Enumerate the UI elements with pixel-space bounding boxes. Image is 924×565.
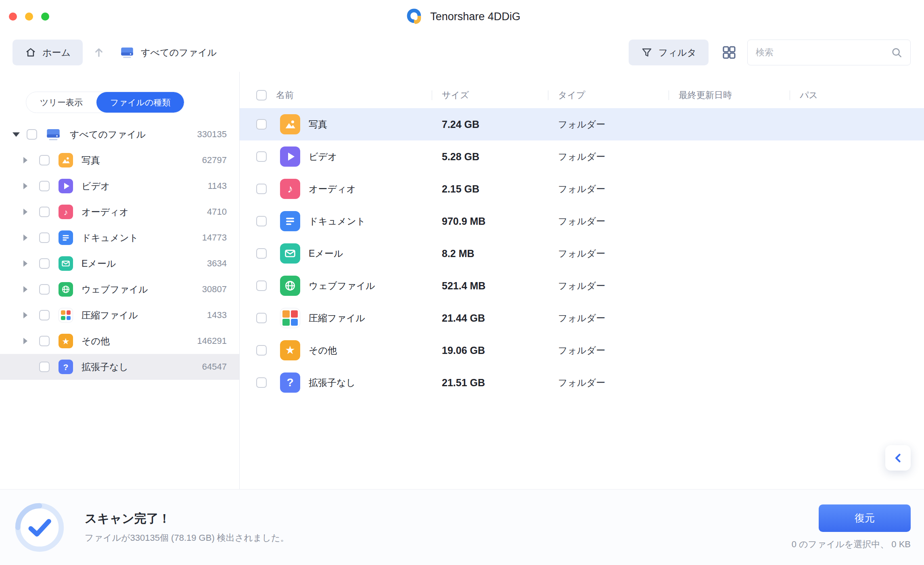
- tab-file-type[interactable]: ファイルの種類: [96, 92, 184, 113]
- file-name: 圧縮ファイル: [309, 312, 365, 324]
- table-row[interactable]: ♪オーディオ 2.15 GB フォルダー: [240, 173, 924, 205]
- file-size: 21.44 GB: [432, 312, 548, 324]
- checkbox[interactable]: [256, 216, 267, 226]
- table-row[interactable]: ?拡張子なし 21.51 GB フォルダー: [240, 366, 924, 399]
- photo-icon: [59, 153, 73, 167]
- table-row[interactable]: ★その他 19.06 GB フォルダー: [240, 334, 924, 366]
- home-button[interactable]: ホーム: [13, 40, 83, 65]
- question-icon: ?: [280, 372, 300, 393]
- checkbox[interactable]: [27, 129, 37, 140]
- column-header-name[interactable]: 名前: [276, 82, 432, 108]
- checkbox[interactable]: [39, 258, 50, 269]
- checkbox[interactable]: [256, 184, 267, 194]
- tree-item-count: 1433: [207, 310, 239, 320]
- tree-item-count: 330135: [197, 129, 239, 140]
- search-box[interactable]: [747, 40, 911, 65]
- tree-item-count: 3634: [207, 258, 239, 269]
- expand-caret-icon[interactable]: [23, 260, 27, 267]
- tree-item-audio[interactable]: ♪ オーディオ 4710: [0, 199, 239, 225]
- checkbox[interactable]: [256, 377, 267, 388]
- grid-view-icon: [721, 44, 738, 61]
- tree-item-all-files[interactable]: すべてのファイル 330135: [0, 121, 239, 147]
- tree-item-count: 146291: [197, 336, 239, 346]
- tree-item-no-extension[interactable]: ? 拡張子なし 64547: [0, 354, 239, 380]
- tree-item-label: その他: [82, 335, 110, 347]
- expand-caret-icon[interactable]: [23, 338, 27, 344]
- zoom-window-button[interactable]: [41, 13, 49, 21]
- checkbox[interactable]: [256, 248, 267, 259]
- checkbox[interactable]: [256, 345, 267, 356]
- checkbox[interactable]: [39, 207, 50, 217]
- grid-view-button[interactable]: [721, 44, 738, 61]
- breadcrumb[interactable]: すべてのファイル: [120, 46, 217, 59]
- tab-tree-view[interactable]: ツリー表示: [26, 92, 96, 113]
- expand-caret-icon[interactable]: [23, 286, 27, 293]
- collapse-caret-icon[interactable]: [13, 132, 20, 137]
- file-size: 21.51 GB: [432, 377, 548, 389]
- checkbox[interactable]: [39, 155, 50, 165]
- file-type: フォルダー: [548, 344, 669, 357]
- column-header-modified[interactable]: 最終更新日時: [669, 82, 790, 108]
- column-header-path[interactable]: パス: [790, 82, 924, 108]
- file-size: 521.4 MB: [432, 280, 548, 292]
- close-window-button[interactable]: [9, 13, 17, 21]
- tree-item-label: 写真: [82, 154, 100, 167]
- file-type: フォルダー: [548, 377, 669, 389]
- file-name: ウェブファイル: [309, 280, 375, 292]
- tree-item-label: Eメール: [82, 257, 116, 270]
- file-type: フォルダー: [548, 280, 669, 292]
- tab-file-type-label: ファイルの種類: [110, 97, 170, 108]
- tree-item-photo[interactable]: 写真 62797: [0, 147, 239, 173]
- table-row[interactable]: ビデオ 5.28 GB フォルダー: [240, 140, 924, 173]
- tree-item-label: 拡張子なし: [82, 361, 128, 373]
- expand-caret-icon[interactable]: [23, 183, 27, 189]
- scan-status-title: スキャン完了！: [85, 511, 289, 527]
- tree-item-label: ビデオ: [82, 180, 110, 193]
- checkbox[interactable]: [39, 336, 50, 346]
- recover-button[interactable]: 復元: [819, 504, 911, 532]
- checkbox[interactable]: [39, 362, 50, 372]
- filter-button[interactable]: フィルタ: [629, 40, 709, 65]
- expand-caret-icon[interactable]: [23, 234, 27, 241]
- checkbox[interactable]: [256, 119, 267, 130]
- minimize-window-button[interactable]: [25, 13, 33, 21]
- filter-button-label: フィルタ: [659, 46, 696, 59]
- expand-caret-icon[interactable]: [23, 312, 27, 318]
- tree-item-archive[interactable]: 圧縮ファイル 1433: [0, 302, 239, 328]
- web-globe-icon: [59, 282, 73, 297]
- tree-item-label: ウェブファイル: [82, 283, 148, 296]
- checkbox[interactable]: [39, 284, 50, 295]
- search-input[interactable]: [756, 47, 890, 58]
- table-row[interactable]: 圧縮ファイル 21.44 GB フォルダー: [240, 302, 924, 334]
- checkbox[interactable]: [39, 181, 50, 191]
- checkbox[interactable]: [39, 310, 50, 320]
- table-row[interactable]: ウェブファイル 521.4 MB フォルダー: [240, 270, 924, 302]
- tree-item-web[interactable]: ウェブファイル 30807: [0, 276, 239, 302]
- column-header-type[interactable]: タイプ: [548, 82, 669, 108]
- tree-item-label: オーディオ: [82, 206, 129, 218]
- audio-icon: ♪: [280, 179, 300, 199]
- tree-item-document[interactable]: ドキュメント 14773: [0, 225, 239, 251]
- tree-item-other[interactable]: ★ その他 146291: [0, 328, 239, 354]
- table-row[interactable]: ドキュメント 970.9 MB フォルダー: [240, 205, 924, 237]
- navigate-up-button[interactable]: [92, 46, 105, 59]
- search-icon[interactable]: [890, 46, 903, 59]
- email-icon: [59, 256, 73, 271]
- tree-item-video[interactable]: ビデオ 1143: [0, 173, 239, 199]
- table-row[interactable]: 写真 7.24 GB フォルダー: [240, 108, 924, 140]
- select-all-checkbox[interactable]: [256, 90, 267, 100]
- checkbox[interactable]: [256, 280, 267, 291]
- expand-caret-icon[interactable]: [23, 209, 27, 215]
- file-table: 名前 サイズ タイプ 最終更新日時 パス 写真 7.24 GB フォルダー ビデ…: [240, 72, 924, 489]
- collapse-panel-button[interactable]: [885, 445, 911, 471]
- checkbox[interactable]: [39, 232, 50, 243]
- tree-item-email[interactable]: Eメール 3634: [0, 251, 239, 276]
- column-header-size[interactable]: サイズ: [432, 82, 548, 108]
- file-type: フォルダー: [548, 312, 669, 324]
- checkbox[interactable]: [256, 151, 267, 162]
- toolbar: ホーム すべてのファイル フィルタ: [0, 33, 924, 72]
- expand-caret-icon[interactable]: [23, 157, 27, 163]
- checkbox[interactable]: [256, 313, 267, 323]
- home-icon: [25, 46, 37, 59]
- table-row[interactable]: Eメール 8.2 MB フォルダー: [240, 237, 924, 270]
